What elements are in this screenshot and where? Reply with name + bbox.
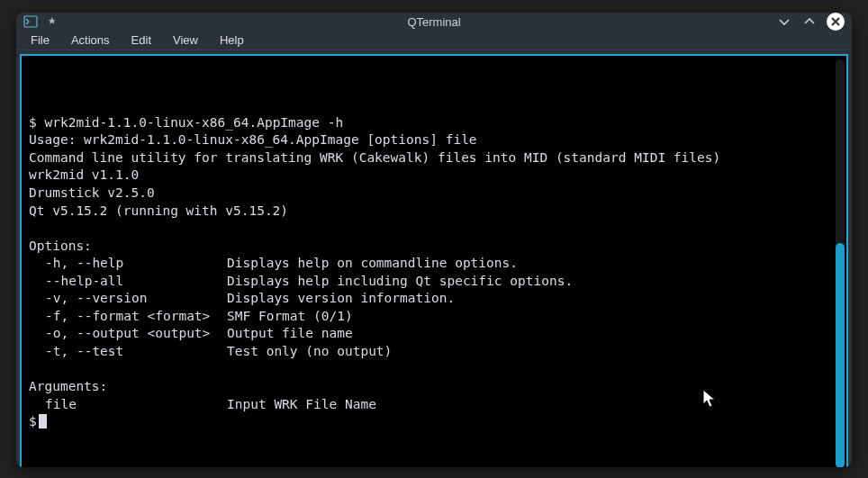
titlebar[interactable]: QTerminal <box>16 13 852 31</box>
option-line: -h, --helpDisplays help on commandline o… <box>29 255 839 273</box>
option-line: -f, --format <format>SMF Format (0/1) <box>29 308 839 326</box>
option-flag: --help-all <box>29 273 227 291</box>
option-desc: Displays help including Qt specific opti… <box>227 273 573 291</box>
pin-icon[interactable] <box>45 14 59 29</box>
blank-line <box>29 220 839 238</box>
usage-line: Usage: wrk2mid-1.1.0-linux-x86_64.AppIma… <box>29 131 839 149</box>
option-desc: Displays help on commandline options. <box>227 255 518 273</box>
svg-rect-0 <box>24 16 37 27</box>
menu-actions[interactable]: Actions <box>62 31 119 50</box>
option-line: -v, --versionDisplays version informatio… <box>29 290 839 308</box>
titlebar-right <box>773 13 845 31</box>
scrollbar[interactable] <box>836 59 845 467</box>
option-line: -t, --testTest only (no output) <box>29 343 839 361</box>
close-button[interactable] <box>827 13 845 31</box>
version-drumstick: Drumstick v2.5.0 <box>29 185 839 203</box>
option-desc: Output file name <box>227 325 353 343</box>
option-flag: -f, --format <format> <box>29 308 227 326</box>
option-desc: Displays version information. <box>227 290 455 308</box>
arguments-header: Arguments: <box>29 378 839 396</box>
text-cursor <box>39 414 47 428</box>
menu-help[interactable]: Help <box>211 31 253 50</box>
terminal[interactable]: $ wrk2mid-1.1.0-linux-x86_64.AppImage -h… <box>20 54 848 467</box>
version-qt: Qt v5.15.2 (running with v5.15.2) <box>29 203 839 221</box>
minimize-button[interactable] <box>776 14 792 30</box>
menu-file[interactable]: File <box>22 31 59 50</box>
titlebar-left <box>23 14 95 29</box>
option-flag: -v, --version <box>29 290 227 308</box>
argument-desc: Input WRK File Name <box>227 396 376 414</box>
prompt-line: $ <box>29 413 839 431</box>
option-line: --help-allDisplays help including Qt spe… <box>29 273 839 291</box>
prompt-symbol: $ <box>29 414 37 428</box>
menu-edit[interactable]: Edit <box>122 31 160 50</box>
option-desc: Test only (no output) <box>227 343 392 361</box>
blank-line <box>29 361 839 379</box>
version-app: wrk2mid v1.1.0 <box>29 167 839 185</box>
command-line: $ wrk2mid-1.1.0-linux-x86_64.AppImage -h <box>29 114 839 132</box>
option-desc: SMF Format (0/1) <box>227 308 353 326</box>
terminal-container: $ wrk2mid-1.1.0-linux-x86_64.AppImage -h… <box>16 50 852 467</box>
option-line: -o, --output <output>Output file name <box>29 325 839 343</box>
app-window: QTerminal File Actions Edit View Help $ … <box>16 13 852 467</box>
terminal-app-icon <box>23 14 38 29</box>
window-title: QTerminal <box>95 15 773 29</box>
argument-name: file <box>29 396 227 414</box>
option-flag: -t, --test <box>29 343 227 361</box>
scrollbar-thumb[interactable] <box>836 243 845 467</box>
description-line: Command line utility for translating WRK… <box>29 149 839 167</box>
menubar: File Actions Edit View Help <box>16 31 852 50</box>
menu-view[interactable]: View <box>164 31 207 50</box>
option-flag: -o, --output <output> <box>29 325 227 343</box>
argument-line: fileInput WRK File Name <box>29 396 839 414</box>
maximize-button[interactable] <box>801 14 818 30</box>
options-header: Options: <box>29 238 839 256</box>
option-flag: -h, --help <box>29 255 227 273</box>
